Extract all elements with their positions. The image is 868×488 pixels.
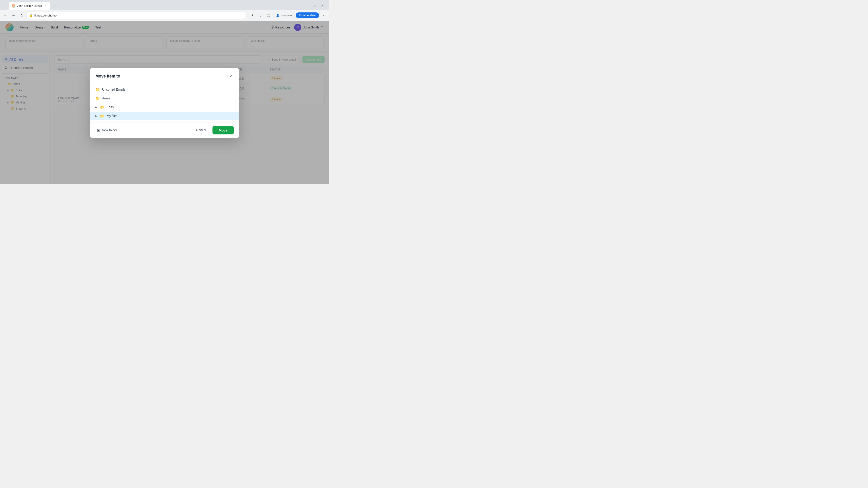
- incognito-label: Incognito: [281, 14, 292, 17]
- folder-unsorted-label: Unsorted Emails: [102, 88, 125, 91]
- modal-actions: Cancel Move: [193, 126, 234, 134]
- tab-title: John Smith > Litmus: [17, 4, 42, 7]
- folder-icon: 📁: [95, 96, 100, 101]
- modal-folder-edits[interactable]: ▶ 📁 Edits: [90, 103, 239, 111]
- close-window-button[interactable]: ✕: [319, 3, 326, 9]
- tab-close-button[interactable]: ✕: [43, 4, 47, 8]
- sidebar-toggle-button[interactable]: ☷: [265, 12, 272, 19]
- forward-button[interactable]: →: [10, 12, 17, 19]
- browser-chrome: ← John Smith > Litmus ✕ + – □ ✕ ← → ↻ 🔒 …: [0, 0, 329, 21]
- tab-favicon: [12, 4, 16, 8]
- maximize-button[interactable]: □: [312, 3, 318, 9]
- app-content: Home Design Build Personalize New Test ⓘ…: [0, 21, 329, 184]
- refresh-button[interactable]: ↻: [18, 12, 25, 19]
- folder-amas-label: Amas: [102, 96, 110, 100]
- url-text: litmus.com/home: [34, 14, 57, 17]
- folder-icon: 📁: [100, 105, 104, 109]
- myfiles-expand-chevron: ▶: [95, 115, 97, 117]
- tab-bar: ← John Smith > Litmus ✕ + – □ ✕: [0, 0, 329, 10]
- more-options-button[interactable]: ⋮: [320, 12, 327, 19]
- finish-update-button[interactable]: Finish update: [296, 12, 319, 18]
- modal-body: 📁 Unsorted Emails 📁 Amas ▶ 📁 Edits ▶: [90, 84, 239, 122]
- active-tab[interactable]: John Smith > Litmus ✕: [9, 2, 50, 10]
- browser-toolbar: ★ ⇓ ☷ 👤 Incognito Finish update ⋮: [249, 12, 327, 19]
- tab-nav-back[interactable]: ←: [2, 3, 8, 9]
- modal-folder-unsorted[interactable]: 📁 Unsorted Emails: [90, 85, 239, 94]
- minimize-button[interactable]: –: [305, 3, 311, 9]
- secure-icon: 🔒: [29, 14, 33, 17]
- modal-title: Move item to: [95, 74, 120, 78]
- modal-overlay: Move item to ✕ 📁 Unsorted Emails 📁 Amas …: [0, 21, 329, 184]
- modal-folder-amas[interactable]: 📁 Amas: [90, 94, 239, 103]
- modal-footer: ▣ New folder Cancel Move: [90, 122, 239, 138]
- modal-close-button[interactable]: ✕: [227, 73, 234, 79]
- address-bar: ← → ↻ 🔒 litmus.com/home ★ ⇓ ☷ 👤 Incognit…: [0, 10, 329, 21]
- new-tab-button[interactable]: +: [51, 3, 57, 9]
- folder-icon: 📁: [95, 88, 100, 92]
- move-item-modal: Move item to ✕ 📁 Unsorted Emails 📁 Amas …: [90, 68, 239, 138]
- new-folder-icon: ▣: [97, 128, 100, 132]
- folder-myfiles-label: My files: [107, 114, 117, 118]
- modal-header: Move item to ✕: [90, 68, 239, 84]
- modal-folder-myfiles[interactable]: ▶ 📁 My files: [90, 111, 239, 121]
- folder-icon-blue: 📁: [100, 114, 104, 118]
- cancel-button[interactable]: Cancel: [193, 127, 210, 134]
- download-button[interactable]: ⇓: [257, 12, 264, 19]
- move-button[interactable]: Move: [213, 126, 234, 134]
- incognito-button[interactable]: 👤 Incognito: [273, 13, 295, 18]
- new-folder-label: New folder: [102, 128, 117, 132]
- url-bar[interactable]: 🔒 litmus.com/home: [26, 12, 247, 19]
- bookmark-button[interactable]: ★: [249, 12, 256, 19]
- window-controls: – □ ✕: [305, 3, 327, 9]
- new-folder-button[interactable]: ▣ New folder: [95, 127, 119, 133]
- incognito-icon: 👤: [276, 14, 279, 17]
- back-button[interactable]: ←: [2, 12, 9, 19]
- edits-expand-chevron: ▶: [95, 106, 97, 108]
- folder-edits-label: Edits: [107, 105, 114, 109]
